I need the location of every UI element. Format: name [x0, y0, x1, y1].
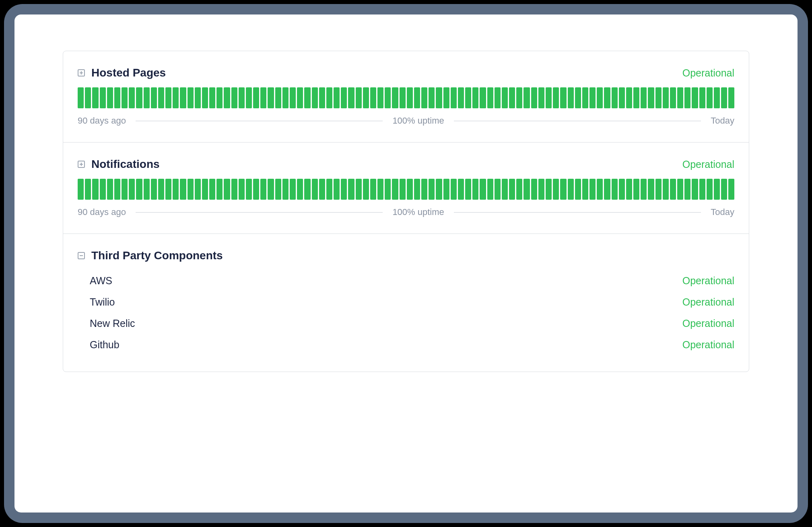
uptime-bar[interactable] — [319, 179, 325, 200]
uptime-bar[interactable] — [465, 87, 471, 108]
uptime-bar[interactable] — [400, 87, 406, 108]
uptime-bar[interactable] — [684, 179, 690, 200]
uptime-bar[interactable] — [268, 87, 274, 108]
uptime-bar[interactable] — [195, 179, 201, 200]
uptime-bar[interactable] — [136, 87, 142, 108]
uptime-bar[interactable] — [728, 87, 734, 108]
uptime-bar[interactable] — [290, 179, 296, 200]
uptime-bar[interactable] — [560, 87, 566, 108]
uptime-bar[interactable] — [312, 179, 318, 200]
uptime-bar[interactable] — [231, 87, 237, 108]
uptime-bar[interactable] — [421, 87, 427, 108]
collapse-icon[interactable] — [78, 252, 85, 259]
uptime-bar[interactable] — [268, 179, 274, 200]
uptime-bar[interactable] — [699, 87, 705, 108]
uptime-bar[interactable] — [202, 179, 208, 200]
uptime-bar[interactable] — [612, 87, 618, 108]
uptime-bar[interactable] — [224, 179, 230, 200]
uptime-bar[interactable] — [531, 179, 537, 200]
uptime-bar[interactable] — [429, 179, 435, 200]
uptime-bar[interactable] — [436, 179, 442, 200]
uptime-bar[interactable] — [589, 87, 596, 108]
uptime-bar[interactable] — [509, 179, 515, 200]
uptime-bar[interactable] — [216, 87, 223, 108]
uptime-bar[interactable] — [538, 87, 544, 108]
uptime-bar[interactable] — [458, 87, 464, 108]
uptime-bar[interactable] — [385, 179, 391, 200]
uptime-bar[interactable] — [239, 179, 245, 200]
uptime-bar[interactable] — [626, 179, 632, 200]
uptime-bar[interactable] — [407, 87, 413, 108]
uptime-bar[interactable] — [188, 87, 194, 108]
uptime-bar[interactable] — [173, 179, 179, 200]
uptime-bar[interactable] — [260, 179, 266, 200]
uptime-bar[interactable] — [129, 87, 135, 108]
uptime-bar[interactable] — [392, 179, 398, 200]
uptime-bar[interactable] — [472, 179, 478, 200]
uptime-bar[interactable] — [202, 87, 208, 108]
uptime-bar[interactable] — [582, 179, 588, 200]
uptime-bar[interactable] — [348, 87, 354, 108]
uptime-bar[interactable] — [619, 87, 625, 108]
uptime-bar[interactable] — [451, 179, 457, 200]
uptime-bar[interactable] — [495, 87, 501, 108]
uptime-bar[interactable] — [304, 87, 310, 108]
uptime-bar[interactable] — [326, 87, 332, 108]
uptime-bar[interactable] — [253, 87, 259, 108]
uptime-bar[interactable] — [677, 179, 683, 200]
uptime-bar[interactable] — [114, 87, 120, 108]
uptime-bar[interactable] — [692, 179, 698, 200]
uptime-bar[interactable] — [516, 179, 522, 200]
uptime-bar[interactable] — [684, 87, 690, 108]
uptime-bar[interactable] — [92, 87, 98, 108]
uptime-bar[interactable] — [707, 179, 713, 200]
uptime-bar[interactable] — [297, 179, 303, 200]
uptime-bar[interactable] — [487, 179, 493, 200]
uptime-bar[interactable] — [363, 179, 369, 200]
uptime-bar[interactable] — [158, 87, 164, 108]
uptime-bar[interactable] — [144, 87, 150, 108]
uptime-bar[interactable] — [144, 179, 150, 200]
uptime-bar[interactable] — [282, 87, 289, 108]
uptime-bar[interactable] — [180, 179, 186, 200]
uptime-bar[interactable] — [224, 87, 230, 108]
uptime-bar[interactable] — [560, 179, 566, 200]
uptime-bar[interactable] — [165, 179, 171, 200]
uptime-bar[interactable] — [122, 87, 128, 108]
uptime-bar[interactable] — [209, 87, 215, 108]
uptime-bar[interactable] — [714, 87, 720, 108]
uptime-bar[interactable] — [538, 179, 544, 200]
uptime-bar[interactable] — [495, 179, 501, 200]
uptime-bar[interactable] — [414, 179, 420, 200]
uptime-bar[interactable] — [568, 87, 574, 108]
uptime-bar[interactable] — [707, 87, 713, 108]
uptime-bar[interactable] — [319, 87, 325, 108]
uptime-bar[interactable] — [239, 87, 245, 108]
uptime-bar[interactable] — [604, 179, 610, 200]
uptime-bar[interactable] — [414, 87, 420, 108]
uptime-bar[interactable] — [78, 87, 84, 108]
uptime-bar[interactable] — [392, 87, 398, 108]
uptime-bar[interactable] — [516, 87, 522, 108]
uptime-bar[interactable] — [304, 179, 310, 200]
uptime-bar[interactable] — [370, 87, 376, 108]
uptime-bar[interactable] — [721, 179, 727, 200]
uptime-bar[interactable] — [356, 87, 362, 108]
uptime-bar[interactable] — [633, 179, 639, 200]
uptime-bar[interactable] — [370, 179, 376, 200]
uptime-bar[interactable] — [260, 87, 266, 108]
expand-icon[interactable] — [78, 161, 85, 168]
uptime-bar[interactable] — [728, 179, 734, 200]
uptime-bar[interactable] — [180, 87, 186, 108]
uptime-bar[interactable] — [597, 87, 603, 108]
uptime-bar[interactable] — [597, 179, 603, 200]
uptime-bar[interactable] — [612, 179, 618, 200]
uptime-bar[interactable] — [465, 179, 471, 200]
uptime-bar[interactable] — [721, 87, 727, 108]
uptime-bar[interactable] — [648, 179, 654, 200]
uptime-bar[interactable] — [575, 87, 581, 108]
uptime-bar[interactable] — [85, 87, 91, 108]
uptime-bar[interactable] — [107, 179, 113, 200]
uptime-bar[interactable] — [480, 179, 486, 200]
uptime-bar[interactable] — [209, 179, 215, 200]
